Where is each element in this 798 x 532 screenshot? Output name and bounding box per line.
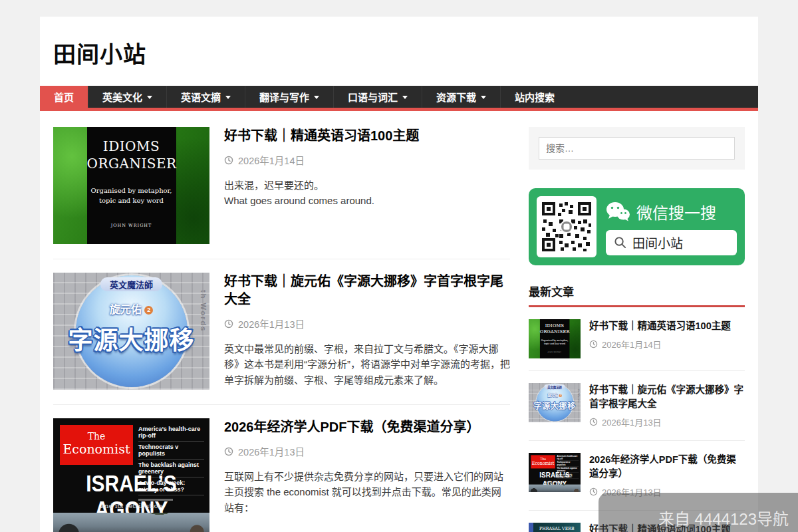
sidebar-search-widget (529, 127, 745, 170)
nav-item-culture[interactable]: 英美文化 (88, 86, 166, 108)
article-date: 2026年1月13日 (238, 444, 305, 458)
clock-icon (589, 487, 598, 496)
book-cover-idioms-organiser: IDIOMS ORGANISER Organised by metaphor, … (87, 127, 176, 244)
search-icon (614, 236, 626, 249)
article-list: IDIOMS ORGANISER Organised by metaphor, … (53, 127, 510, 532)
recent-post-thumbnail: 英文魔法師 旋元佑 2 字源大挪移 th Words (529, 383, 581, 422)
article-card: IDIOMS ORGANISER Organised by metaphor, … (53, 127, 510, 259)
recent-post-date: 2026年1月14日 (589, 338, 745, 350)
recent-post-item[interactable]: IDIOMS ORGANISER Organised by metaphor, … (529, 307, 745, 371)
recent-post-title[interactable]: 2026年经济学人PDF下载（免费渠道分享） (589, 453, 745, 481)
content-area: IDIOMS ORGANISER Organised by metaphor, … (40, 111, 758, 532)
chevron-down-icon (225, 96, 231, 99)
nav-item-downloads[interactable]: 资源下载 (422, 86, 500, 108)
article-title[interactable]: 2026年经济学人PDF下载（免费渠道分享） (224, 418, 510, 436)
article-card: 英文魔法師 旋元佑 2 字源大挪移 th Words 好书下载｜旋元佑《字源大挪… (53, 273, 510, 405)
article-thumbnail[interactable]: 英文魔法師 旋元佑 2 字源大挪移 th Words (53, 273, 209, 390)
nav-item-site-search[interactable]: 站内搜索 (500, 86, 569, 108)
wechat-brand-text: 微信搜一搜 (636, 200, 716, 223)
chevron-down-icon (147, 96, 152, 99)
article-date: 2026年1月14日 (238, 153, 305, 167)
wechat-icon (606, 201, 630, 221)
recent-posts-heading: 最新文章 (529, 283, 745, 307)
recent-post-thumbnail: IDIOMS ORGANISER Organised by metaphor, … (529, 319, 581, 358)
source-attribution-overlay: 来自 4444123导航 (598, 493, 798, 532)
qr-code (537, 196, 597, 257)
recent-post-date: 2026年1月13日 (589, 416, 745, 428)
wechat-search-query: 田间小站 (632, 233, 683, 251)
article-title[interactable]: 好书下载｜旋元佑《字源大挪移》字首字根字尾大全 (224, 273, 510, 309)
wechat-card: 微信搜一搜 田间小站 (529, 188, 745, 265)
article-date: 2026年1月13日 (238, 317, 305, 331)
nav-item-digest[interactable]: 英语文摘 (166, 86, 245, 108)
article-excerpt: 英文中最常见的前缀、字根，来自拉丁文与希腊文。《字源大挪移》这本书是利用“字源分… (224, 341, 510, 388)
wechat-search-pill[interactable]: 田间小站 (606, 230, 737, 255)
sidebar: 微信搜一搜 田间小站 最新文章 (529, 127, 745, 532)
article-title[interactable]: 好书下载｜精通英语习语100主题 (224, 127, 510, 145)
clock-icon (224, 319, 233, 329)
article-meta: 2026年1月14日 (224, 153, 510, 167)
chevron-down-icon (314, 96, 319, 99)
clock-icon (224, 447, 233, 456)
nav-item-translation[interactable]: 翻译与写作 (245, 86, 333, 108)
recent-post-title[interactable]: 好书下载｜精通英语习语100主题 (589, 319, 745, 333)
article-card: The Economist America’s health-care rip-… (53, 418, 510, 532)
search-input[interactable] (539, 137, 735, 160)
clock-icon (589, 340, 598, 348)
recent-post-thumbnail: The Economist America’s health-care rip-… (529, 453, 581, 492)
article-thumbnail[interactable]: IDIOMS ORGANISER Organised by metaphor, … (53, 127, 209, 244)
wechat-brand-row: 微信搜一搜 (606, 200, 737, 223)
recent-post-thumbnail: PHRASAL VERB ORGANISER (529, 523, 581, 532)
cover-photo (53, 513, 209, 532)
article-thumbnail[interactable]: The Economist America’s health-care rip-… (53, 418, 209, 532)
article-excerpt: 出来混，迟早要还的。 What goes around comes around… (224, 178, 510, 209)
site-header: 田间小站 (40, 17, 758, 86)
article-excerpt: 互联网上有不少提供杂志免费分享的网站，只要进入它们的网站主页搜索 the eco… (224, 469, 510, 515)
recent-post-item[interactable]: 英文魔法師 旋元佑 2 字源大挪移 th Words 好书下载｜旋元佑《字源大挪… (529, 371, 745, 441)
article-meta: 2026年1月13日 (224, 444, 510, 458)
nav-item-speaking-vocab[interactable]: 口语与词汇 (333, 86, 422, 108)
clock-icon (589, 418, 598, 426)
recent-post-title[interactable]: 好书下载｜旋元佑《字源大挪移》字首字根字尾大全 (589, 383, 745, 411)
clock-icon (224, 156, 233, 165)
main-navigation: 首页 英美文化 英语文摘 翻译与写作 口语与词汇 资源下载 站内搜索 (40, 86, 758, 111)
nav-item-home[interactable]: 首页 (40, 86, 88, 108)
article-meta: 2026年1月13日 (224, 317, 510, 331)
page-container: 田间小站 首页 英美文化 英语文摘 翻译与写作 口语与词汇 资源下载 站内搜索 (40, 17, 758, 532)
chevron-down-icon (481, 96, 486, 99)
site-title[interactable]: 田间小站 (53, 37, 745, 69)
economist-masthead: The Economist (60, 425, 133, 465)
chevron-down-icon (402, 96, 408, 99)
